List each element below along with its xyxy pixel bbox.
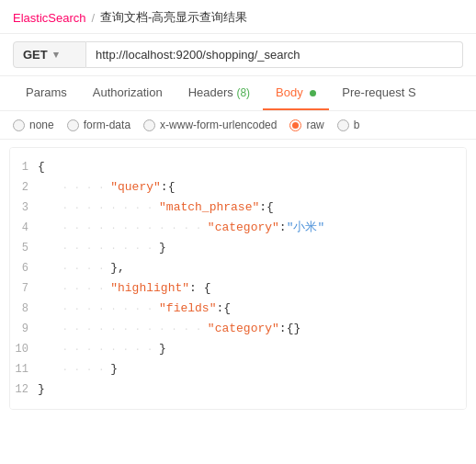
radio-urlencoded-label: x-www-form-urlencoded [160,119,277,131]
line-num-1: 1 [10,157,38,177]
request-bar: GET ▾ [0,34,476,76]
line-content-4: · · · · · · · · · · · · "category":"小米" [38,218,466,238]
code-line-7: 7 · · · · "highlight": { [10,278,466,299]
chevron-down-icon: ▾ [53,49,59,61]
breadcrumb: ElasticSearch / 查询文档-高亮显示查询结果 [0,0,476,34]
code-line-9: 9 · · · · · · · · · · · · "category":{} [10,319,466,339]
code-line-10: 10 · · · · · · · · } [10,339,466,359]
headers-badge: (8) [236,86,250,99]
line-num-12: 12 [10,379,38,400]
code-line-1: 1 { [10,157,466,177]
code-line-5: 5 · · · · · · · · } [10,238,466,258]
method-label: GET [23,48,48,62]
code-line-3: 3 · · · · · · · · "match_phrase":{ [10,198,466,218]
radio-raw[interactable]: raw [289,119,323,131]
radio-urlencoded-circle [143,119,155,131]
radio-binary-circle [337,119,349,131]
line-num-3: 3 [10,198,38,218]
line-content-2: · · · · "query":{ [38,177,466,198]
line-num-10: 10 [10,339,38,359]
line-num-9: 9 [10,319,38,339]
breadcrumb-separator: / [91,11,95,25]
line-num-6: 6 [10,258,38,278]
tab-authorization[interactable]: Authorization [80,76,176,110]
line-content-10: · · · · · · · · } [38,339,466,359]
tab-params[interactable]: Params [13,76,80,110]
radio-raw-circle [289,119,301,131]
tab-headers[interactable]: Headers (8) [176,76,263,110]
body-dot [310,90,316,96]
tab-prerequest[interactable]: Pre-request S [329,76,428,110]
radio-none-label: none [29,119,54,131]
code-line-8: 8 · · · · · · · · "fields":{ [10,299,466,319]
line-content-9: · · · · · · · · · · · · "category":{} [38,319,466,339]
line-num-8: 8 [10,299,38,319]
radio-form-data-circle [67,119,79,131]
body-type-row: none form-data x-www-form-urlencoded raw… [0,111,476,140]
line-num-11: 11 [10,359,38,379]
line-num-5: 5 [10,238,38,258]
line-num-7: 7 [10,278,38,299]
code-line-2: 2 · · · · "query":{ [10,177,466,198]
code-line-4: 4 · · · · · · · · · · · · "category":"小米… [10,218,466,238]
line-content-6: · · · · }, [38,258,466,278]
radio-urlencoded[interactable]: x-www-form-urlencoded [143,119,277,131]
code-line-12: 12 } [10,379,466,400]
radio-binary-label: b [354,119,360,131]
radio-binary[interactable]: b [337,119,360,131]
url-input[interactable] [86,41,463,68]
line-content-8: · · · · · · · · "fields":{ [38,299,466,319]
radio-none[interactable]: none [13,119,54,131]
code-line-11: 11 · · · · } [10,359,466,379]
method-select[interactable]: GET ▾ [13,41,86,68]
line-content-3: · · · · · · · · "match_phrase":{ [38,198,466,218]
line-content-5: · · · · · · · · } [38,238,466,258]
app-name[interactable]: ElasticSearch [13,11,85,25]
code-content[interactable]: 1 { 2 · · · · "query":{ 3 · · · · · · · … [10,148,466,409]
tab-body[interactable]: Body [263,76,329,110]
page-title: 查询文档-高亮显示查询结果 [100,9,247,26]
code-editor: 1 { 2 · · · · "query":{ 3 · · · · · · · … [9,147,467,410]
code-line-6: 6 · · · · }, [10,258,466,278]
line-content-1: { [38,157,466,177]
radio-raw-label: raw [306,119,323,131]
line-num-4: 4 [10,218,38,238]
line-content-11: · · · · } [38,359,466,379]
line-content-7: · · · · "highlight": { [38,278,466,299]
tabs-row: Params Authorization Headers (8) Body Pr… [0,76,476,111]
radio-none-circle [13,119,25,131]
radio-form-data[interactable]: form-data [67,119,130,131]
line-content-12: } [38,379,466,400]
line-num-2: 2 [10,177,38,198]
radio-form-data-label: form-data [84,119,130,131]
